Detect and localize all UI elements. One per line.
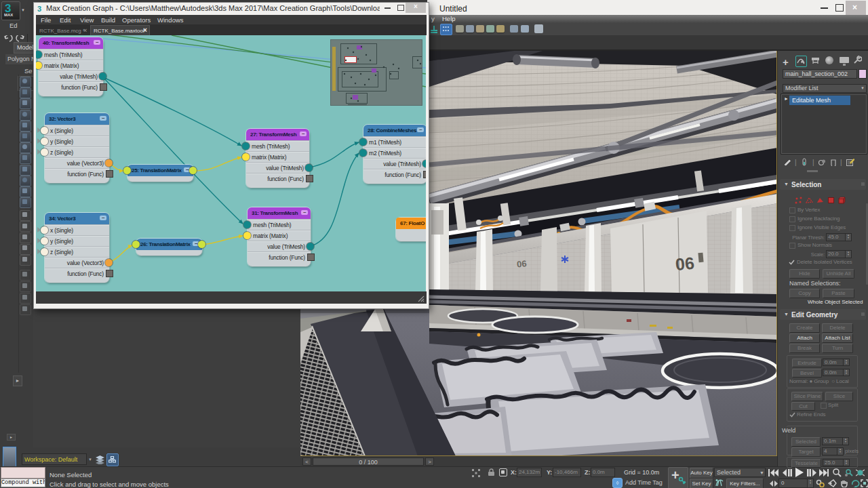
svg-text:06: 06 — [516, 258, 527, 269]
svg-text:06: 06 — [675, 253, 695, 274]
